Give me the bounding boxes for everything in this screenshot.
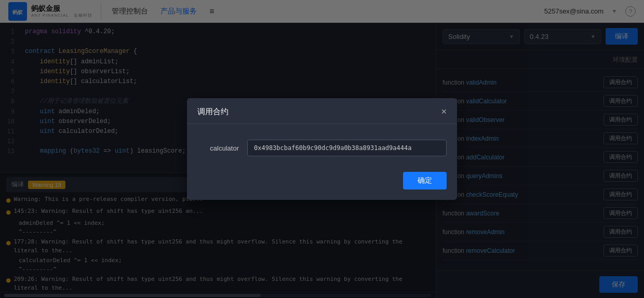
modal-overlay[interactable]: 调用合约 × calculator 确定 (0, 0, 644, 298)
modal-body: calculator (187, 124, 457, 167)
invoke-contract-modal: 调用合约 × calculator 确定 (187, 98, 457, 200)
field-label: calculator (197, 144, 239, 152)
confirm-button[interactable]: 确定 (403, 172, 447, 189)
modal-title: 调用合约 (197, 107, 229, 117)
modal-close-button[interactable]: × (441, 106, 447, 117)
modal-field: calculator (197, 140, 447, 156)
calculator-input[interactable] (247, 140, 447, 156)
modal-footer: 确定 (187, 167, 457, 200)
modal-header: 调用合约 × (187, 98, 457, 124)
